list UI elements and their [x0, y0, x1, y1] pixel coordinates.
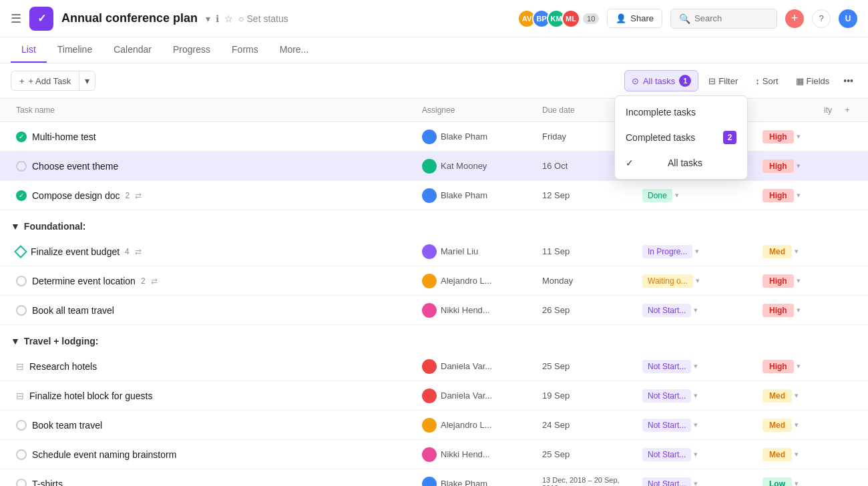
status-badge[interactable]: Not Start...	[642, 419, 691, 432]
section-collapse-icon[interactable]: ▼	[11, 221, 20, 232]
tab-calendar[interactable]: Calendar	[103, 37, 162, 63]
tab-progress[interactable]: Progress	[162, 37, 221, 63]
title-actions: ▾ ℹ ☆ ○ Set status	[206, 13, 288, 24]
status-chevron[interactable]: ▾	[694, 391, 698, 400]
table-row[interactable]: Book team travel Alejandro L... 24 Sep N…	[0, 411, 868, 440]
status-badge[interactable]: Not Start...	[642, 477, 691, 487]
dropdown-item-completed[interactable]: Completed tasks 2	[615, 124, 747, 151]
priority-chevron[interactable]: ▾	[797, 162, 801, 170]
priority-badge[interactable]: High	[763, 304, 794, 317]
set-status-btn[interactable]: ○ Set status	[238, 13, 288, 24]
all-tasks-button[interactable]: ⊙ All tasks 1	[624, 70, 698, 91]
priority-chevron[interactable]: ▾	[795, 391, 799, 400]
priority-badge[interactable]: High	[763, 130, 794, 144]
add-task-main[interactable]: + + Add Task	[11, 72, 79, 90]
plus-button[interactable]: +	[785, 9, 804, 28]
filter-button[interactable]: ⊟ Filter	[701, 71, 745, 91]
tab-more[interactable]: More...	[269, 37, 320, 63]
tab-timeline[interactable]: Timeline	[47, 37, 103, 63]
priority-chevron[interactable]: ▾	[795, 421, 799, 429]
priority-badge[interactable]: Med	[763, 419, 792, 432]
priority-chevron[interactable]: ▾	[795, 450, 799, 459]
add-task-button[interactable]: + + Add Task ▾	[11, 71, 95, 91]
col-add[interactable]: +	[837, 99, 857, 121]
status-cell: In Progre... ▾	[637, 240, 757, 264]
search-input[interactable]	[694, 13, 761, 23]
table-row[interactable]: Schedule event naming brainstorm Nikki H…	[0, 440, 868, 469]
priority-badge[interactable]: Med	[763, 448, 792, 461]
status-badge[interactable]: In Progre...	[642, 245, 692, 258]
status-chevron[interactable]: ▾	[694, 450, 698, 459]
priority-badge[interactable]: High	[763, 189, 794, 202]
plus-icon: +	[19, 76, 25, 86]
status-badge[interactable]: Not Start...	[642, 389, 691, 403]
table-row[interactable]: ⊟ Research hotels Daniela Var... 25 Sep …	[0, 352, 868, 381]
priority-chevron[interactable]: ▾	[795, 479, 799, 486]
status-badge[interactable]: Not Start...	[642, 360, 691, 373]
complete-icon[interactable]	[16, 132, 27, 142]
dropdown-item-incomplete[interactable]: Incomplete tasks	[615, 100, 747, 124]
share-button[interactable]: 👤 Share	[607, 9, 662, 28]
status-chevron[interactable]: ▾	[694, 306, 698, 314]
dropdown-item-all[interactable]: ✓ All tasks	[615, 151, 747, 175]
table-row[interactable]: Compose design doc 2 ⇄ Blake Pham 12 Sep…	[0, 181, 868, 210]
status-chevron[interactable]: ▾	[694, 479, 698, 486]
info-icon[interactable]: ℹ	[216, 13, 219, 24]
tab-forms[interactable]: Forms	[221, 37, 269, 63]
add-task-dropdown[interactable]: ▾	[79, 71, 95, 90]
more-options-button[interactable]: •••	[839, 71, 857, 90]
table-row[interactable]: ⊟ Finalize hotel block for guests Daniel…	[0, 381, 868, 411]
table-row[interactable]: T-shirts Blake Pham 13 Dec, 2018 – 20 Se…	[0, 469, 868, 486]
table-row[interactable]: Book all team travel Nikki Hend... 26 Se…	[0, 296, 868, 325]
priority-chevron[interactable]: ▾	[797, 276, 801, 285]
priority-chevron[interactable]: ▾	[797, 306, 801, 314]
complete-icon[interactable]	[16, 161, 27, 172]
status-chevron[interactable]: ▾	[696, 276, 700, 285]
complete-icon[interactable]	[16, 479, 27, 487]
assignee-cell: Mariel Liu	[417, 239, 537, 264]
fields-button[interactable]: ▦ Fields	[789, 71, 837, 91]
user-avatar[interactable]: U	[839, 9, 857, 28]
section-collapse-icon[interactable]: ▼	[11, 336, 20, 346]
priority-chevron[interactable]: ▾	[797, 362, 801, 371]
status-badge[interactable]: Waiting o...	[642, 274, 693, 288]
priority-chevron[interactable]: ▾	[797, 191, 801, 200]
status-badge[interactable]: Not Start...	[642, 448, 691, 461]
complete-icon[interactable]	[16, 449, 27, 460]
task-name-cell: Multi-home test	[11, 126, 417, 148]
assignee-name: Nikki Hend...	[441, 449, 490, 459]
search-bar[interactable]: 🔍	[670, 9, 777, 29]
priority-badge[interactable]: High	[763, 360, 794, 373]
complete-icon[interactable]	[16, 305, 27, 316]
priority-chevron[interactable]: ▾	[795, 247, 799, 256]
table-row[interactable]: Determine event location 2 ⇄ Alejandro L…	[0, 266, 868, 296]
status-badge[interactable]: Not Start...	[642, 304, 691, 317]
status-chevron[interactable]: ▾	[675, 191, 679, 200]
tab-list[interactable]: List	[11, 37, 47, 63]
task-name-cell: ⊟ Research hotels	[11, 356, 417, 377]
priority-badge[interactable]: High	[763, 274, 794, 288]
priority-badge[interactable]: High	[763, 160, 794, 173]
status-chevron[interactable]: ▾	[695, 247, 699, 256]
filter-group: ⊙ All tasks 1 ⊟ Filter ↕ Sort ▦ Fields •…	[624, 70, 857, 91]
complete-icon[interactable]	[16, 420, 27, 431]
status-chevron[interactable]: ▾	[694, 362, 698, 371]
dropdown-icon[interactable]: ▾	[206, 13, 210, 24]
priority-badge[interactable]: Med	[763, 389, 792, 403]
complete-icon[interactable]	[16, 190, 27, 201]
status-badge[interactable]: Done	[642, 189, 672, 202]
sort-button[interactable]: ↕ Sort	[748, 71, 785, 91]
task-name-cell: Choose event theme	[11, 156, 417, 177]
help-button[interactable]: ?	[812, 9, 831, 28]
table-row[interactable]: Finalize event budget 4 ⇄ Mariel Liu 11 …	[0, 237, 868, 266]
complete-icon[interactable]	[16, 276, 27, 286]
menu-icon[interactable]: ☰	[11, 11, 21, 26]
assignee-name: Mariel Liu	[441, 246, 478, 256]
priority-badge[interactable]: Med	[763, 245, 792, 258]
priority-badge[interactable]: Low	[763, 477, 792, 487]
star-icon[interactable]: ☆	[224, 13, 233, 24]
assignee-cell: Alejandro L...	[417, 413, 537, 438]
sort-icon: ↕	[755, 76, 760, 86]
priority-chevron[interactable]: ▾	[797, 132, 801, 141]
status-chevron[interactable]: ▾	[694, 421, 698, 429]
